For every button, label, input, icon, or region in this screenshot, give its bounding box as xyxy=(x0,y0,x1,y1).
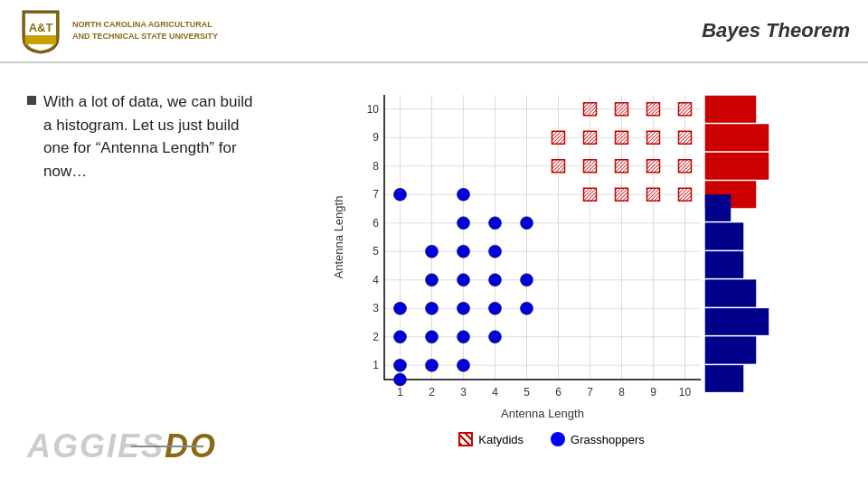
grasshoppers-label: Grasshoppers xyxy=(571,433,645,446)
logo-area: A&T NORTH CAROLINA AGRICULTURAL AND TECH… xyxy=(18,6,218,56)
bullet-icon xyxy=(27,96,36,105)
scatter-chart xyxy=(330,81,773,425)
katydids-icon xyxy=(458,432,473,446)
bullet-item: With a lot of data, we can build a histo… xyxy=(27,90,262,183)
bullet-text: With a lot of data, we can build a histo… xyxy=(43,90,262,183)
page-title: Bayes Theorem xyxy=(702,19,850,42)
grasshoppers-icon xyxy=(551,432,565,446)
header: A&T NORTH CAROLINA AGRICULTURAL AND TECH… xyxy=(0,0,868,63)
chart-legend: Katydids Grasshoppers xyxy=(458,432,645,446)
chart-area: Katydids Grasshoppers xyxy=(262,81,841,470)
svg-text:A&T: A&T xyxy=(29,21,53,34)
legend-katydids: Katydids xyxy=(458,432,524,446)
left-panel: With a lot of data, we can build a histo… xyxy=(27,81,262,470)
aggies-line xyxy=(131,446,203,447)
content-area: With a lot of data, we can build a histo… xyxy=(0,63,868,488)
university-name: NORTH CAROLINA AGRICULTURAL AND TECHNICA… xyxy=(72,19,218,42)
chart-container xyxy=(330,81,773,425)
katydids-label: Katydids xyxy=(478,433,524,446)
svg-rect-1 xyxy=(25,35,56,44)
university-logo: A&T xyxy=(18,6,63,56)
legend-grasshoppers: Grasshoppers xyxy=(551,432,645,446)
